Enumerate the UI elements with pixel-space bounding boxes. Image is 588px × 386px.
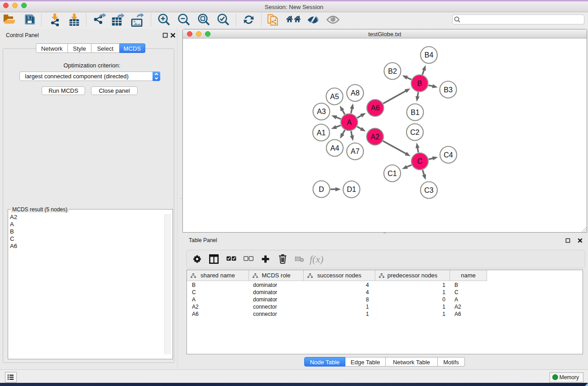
svg-text:B3: B3 (444, 86, 453, 94)
svg-text:A2: A2 (371, 133, 380, 141)
svg-text:A3: A3 (317, 108, 326, 115)
svg-text:B1: B1 (411, 109, 420, 116)
svg-text:D: D (319, 186, 324, 193)
svg-text:C3: C3 (424, 186, 434, 194)
svg-text:A1: A1 (317, 129, 326, 137)
svg-text:A6: A6 (371, 104, 380, 112)
svg-text:C1: C1 (387, 170, 397, 177)
svg-text:A8: A8 (351, 89, 360, 97)
svg-text:A4: A4 (330, 144, 339, 152)
svg-text:C4: C4 (444, 151, 453, 159)
svg-text:B: B (417, 80, 422, 87)
svg-text:A5: A5 (330, 93, 339, 100)
svg-text:D1: D1 (347, 186, 356, 193)
svg-text:B4: B4 (425, 51, 434, 59)
svg-text:A7: A7 (351, 148, 360, 155)
svg-text:B2: B2 (388, 67, 397, 75)
svg-text:A: A (347, 119, 352, 126)
svg-text:C2: C2 (410, 129, 420, 136)
svg-text:C: C (417, 157, 423, 165)
